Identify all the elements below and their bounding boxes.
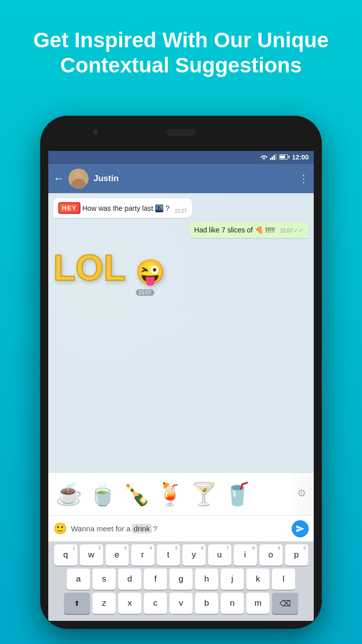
key-o[interactable]: 9o [259,544,283,566]
key-a[interactable]: a [67,569,90,590]
wifi-icon [260,154,268,160]
svg-rect-2 [272,156,273,160]
key-x[interactable]: x [118,593,141,614]
key-d[interactable]: d [118,569,141,590]
key-r[interactable]: 4r [131,544,154,566]
chat-area: HEY How was the party last 🌃 ? 15:07 Had… [48,193,314,472]
msg-text-1: How was the party last 🌃 ? [82,204,169,212]
svg-point-0 [263,159,264,160]
svg-rect-4 [275,154,277,160]
message-received-lol: LOL 😜 15:07 ✓✓ [53,242,309,296]
msg-text-sent-1: Had like 7 slices of 🍕 !!!!! [194,226,275,234]
status-icons: 12:00 [260,153,309,161]
key-backspace[interactable]: ⌫ [272,593,298,614]
phone-device: 12:00 ← Justin ⋮ HEY How was the party l… [40,116,322,629]
input-bar: 🙂 Wanna meet for a drink ? [48,515,314,541]
msg-time-sent-1: 15:07 ✓✓ [280,227,304,234]
msg-time-1: 15:07 [174,208,187,214]
lol-sticker: LOL 😜 [53,242,165,287]
key-t[interactable]: 5t [157,544,180,566]
lol-sticker-wrapper: LOL 😜 15:07 ✓✓ [53,242,165,296]
chat-header: ← Justin ⋮ [48,164,314,193]
keyboard: 1q 2w 3e 4r 5t 6y 7u 8i 9o 0p a s d f g … [48,541,314,621]
keyboard-row-1: 1q 2w 3e 4r 5t 6y 7u 8i 9o 0p [50,544,312,566]
more-options-button[interactable]: ⋮ [299,173,309,185]
suggestion-emoji-5[interactable]: 🍸 [190,481,218,507]
keyboard-row-3: ⬆ z x c v b n m ⌫ [50,593,312,614]
key-v[interactable]: v [169,593,193,614]
lol-checks: ✓✓ [156,289,165,296]
scroll-indicator: ⚙ [289,473,314,515]
battery-icon [279,154,288,159]
svg-rect-3 [274,155,275,160]
gear-icon[interactable]: ⚙ [297,487,311,501]
suggestion-emoji-6[interactable]: 🥤 [224,481,251,507]
send-icon [296,524,305,533]
phone-top-bar [40,116,322,151]
bubble-received-1: HEY How was the party last 🌃 ? 15:07 [53,198,192,218]
suggestion-emoji-4[interactable]: 🍹 [156,481,184,507]
input-field[interactable]: Wanna meet for a drink ? [71,524,288,533]
input-text-before: Wanna meet for a [71,524,131,533]
key-b[interactable]: b [195,593,218,614]
message-sent-1: Had like 7 slices of 🍕 !!!!! 15:07 ✓✓ [53,222,309,238]
key-i[interactable]: 8i [234,544,257,566]
key-p[interactable]: 0p [285,544,308,566]
key-q[interactable]: 1q [54,544,77,566]
signal-icon [270,154,277,160]
key-z[interactable]: z [93,593,116,614]
emoji-button[interactable]: 🙂 [53,522,67,535]
key-s[interactable]: s [93,569,116,590]
lol-time: 15:07 [136,289,154,296]
phone-speaker [166,129,196,136]
phone-screen: 12:00 ← Justin ⋮ HEY How was the party l… [48,150,314,621]
key-e[interactable]: 3e [106,544,129,566]
hey-sticker: HEY [58,202,80,214]
key-c[interactable]: c [144,593,167,614]
suggestions-bar: ☕ 🍵 🍾 🍹 🍸 🥤 ⚙ [48,472,314,515]
key-n[interactable]: n [221,593,244,614]
status-time: 12:00 [292,153,309,161]
key-shift[interactable]: ⬆ [64,593,90,614]
key-l[interactable]: l [272,569,295,590]
input-highlighted-word: drink [132,524,152,533]
send-button[interactable] [292,520,309,537]
check-marks: ✓✓ [294,227,304,234]
key-j[interactable]: j [221,569,244,590]
suggestion-emoji-2[interactable]: 🍵 [89,481,117,507]
suggestion-emoji-3[interactable]: 🍾 [123,481,150,507]
key-u[interactable]: 7u [208,544,231,566]
suggestion-emoji-1[interactable]: ☕ [55,481,83,507]
key-f[interactable]: f [144,569,167,590]
key-k[interactable]: k [246,569,269,590]
message-received-1: HEY How was the party last 🌃 ? 15:07 [53,198,309,218]
svg-rect-1 [270,158,272,160]
phone-camera [93,130,98,135]
header-text: Get Inspired With Our Unique Contextual … [0,0,362,94]
key-y[interactable]: 6y [183,544,206,566]
key-g[interactable]: g [169,569,193,590]
input-text-after: ? [153,524,157,533]
keyboard-row-2: a s d f g h j k l [50,569,312,590]
key-h[interactable]: h [195,569,218,590]
key-w[interactable]: 2w [80,544,103,566]
avatar [68,169,88,189]
status-bar: 12:00 [48,150,314,164]
contact-name: Justin [94,174,299,184]
lol-time-row: 15:07 ✓✓ [53,289,165,296]
key-m[interactable]: m [246,593,269,614]
back-button[interactable]: ← [53,172,64,185]
bubble-sent-1: Had like 7 slices of 🍕 !!!!! 15:07 ✓✓ [189,222,309,238]
